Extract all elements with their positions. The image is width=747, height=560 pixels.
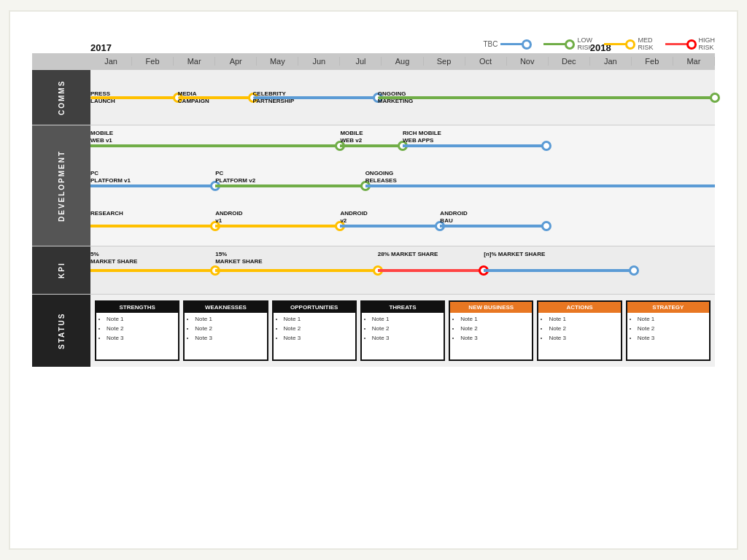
comms-row-1: PRESSLAUNCH MEDIACAMPAIGN CELEBRITYPARTN… [90,70,715,125]
mobile-web-v2-line [340,144,403,147]
status-content: STRENGTHSNote 1Note 2Note 3WEAKNESSESNot… [90,295,715,367]
swot-note: Note 1 [372,315,441,324]
swot-note: Note 3 [107,334,175,343]
swot-note: Note 2 [107,324,175,334]
media-campaign-line [178,96,253,99]
swot-body-0: Note 1Note 2Note 3 [96,313,178,345]
kpi-5pct-line [90,269,215,272]
development-content: MOBILEWEB v1 MOBILEWEB v2 RICH MOBILEWEB… [90,125,715,246]
swot-header-1: WEAKNESSES [185,302,266,313]
comms-end-dot [710,93,720,103]
swot-note: Note 2 [284,324,352,334]
swot-body-3: Note 1Note 2Note 3 [362,313,444,345]
swot-card-0: STRENGTHSNote 1Note 2Note 3 [95,300,179,361]
dev-row-1: MOBILEWEB v1 MOBILEWEB v2 RICH MOBILEWEB… [90,125,715,166]
kpi-28pct-label: 28% MARKET SHARE [378,251,438,258]
slide: TBC LOWRISK MEDRISK HIGHRISK 20172018 Ja… [9,10,738,550]
swot-body-1: Note 1Note 2Note 3 [185,313,266,345]
kpi-section: KPI 5%MARKET SHARE 15%MARKET SHARE 28% M… [32,246,715,294]
swot-note: Note 3 [284,334,352,343]
kpi-label: KPI [32,246,90,294]
swot-card-4: NEW BUSINESSNote 1Note 2Note 3 [449,300,533,361]
android-v1-line [215,225,340,228]
swot-header-0: STRENGTHS [96,302,178,313]
months-row: JanFebMarAprMayJunJulAugSepOctNovDecJanF… [32,53,715,69]
swot-body-2: Note 1Note 2Note 3 [274,313,355,345]
swot-body-6: Note 1Note 2Note 3 [627,313,709,345]
swot-header-5: ACTIONS [538,302,620,313]
month-cell-Feb-1: Feb [132,57,174,66]
swot-body-5: Note 1Note 2Note 3 [538,313,620,345]
swot-note: Note 3 [549,334,617,343]
swot-card-5: ACTIONSNote 1Note 2Note 3 [537,300,622,361]
swot-note: Note 1 [638,315,706,324]
month-cell-Mar-14: Mar [673,57,715,66]
swot-card-3: THREATSNote 1Note 2Note 3 [360,300,445,361]
kpi-15pct-line [215,269,378,272]
status-section: STATUS STRENGTHSNote 1Note 2Note 3WEAKNE… [32,294,715,367]
swot-note: Note 1 [284,315,352,324]
celebrity-line [253,96,378,99]
swot-card-6: STRATEGYNote 1Note 2Note 3 [626,300,711,361]
research-label: RESEARCH [90,210,123,217]
swot-card-2: OPPORTUNITIESNote 1Note 2Note 3 [272,300,357,361]
swot-note: Note 2 [372,324,441,334]
legend-low-risk-label: LOWRISK [577,37,592,52]
month-cell-Mar-2: Mar [174,57,215,66]
android-bau-line [440,225,546,228]
status-label: STATUS [32,295,90,367]
ongoing-releases-label: ONGOINGRELEASES [365,170,397,184]
month-cell-Jan-12: Jan [590,57,632,66]
legend-high-risk-label: HIGHRISK [699,37,716,52]
month-cell-Sep-8: Sep [424,57,465,66]
swot-note: Note 1 [460,315,529,324]
legend-low-risk: LOWRISK [543,37,592,52]
rich-mobile-line [403,144,546,147]
swot-note: Note 2 [638,324,706,334]
comms-section: COMMS PRESSLAUNCH MEDIACAMPAIGN [32,69,715,125]
swot-header-4: NEW BUSINESS [450,302,532,313]
pc-v2-line [215,184,365,187]
month-cell-Jan-0: Jan [90,57,132,66]
sections-container: COMMS PRESSLAUNCH MEDIACAMPAIGN [32,69,715,367]
dev-row-2: PCPLATFORM v1 PCPLATFORM v2 ONGOINGRELEA… [90,166,715,206]
legend-high-risk: HIGHRISK [665,37,716,52]
kpi-n-label: [n]% MARKET SHARE [484,251,545,258]
swot-card-1: WEAKNESSESNote 1Note 2Note 3 [183,300,268,361]
legend-tbc-label: TBC [483,40,498,48]
legend-med-risk: MEDRISK [604,37,653,52]
month-cell-Jul-6: Jul [340,57,382,66]
swot-note: Note 3 [372,334,441,343]
kpi-row-1: 5%MARKET SHARE 15%MARKET SHARE 28% MARKE… [90,246,715,294]
press-launch-line [90,96,178,99]
month-cell-Oct-9: Oct [465,57,507,66]
android-v2-line [340,225,440,228]
month-cell-Apr-3: Apr [215,57,257,66]
kpi-28pct-line [378,269,484,272]
research-line [90,225,215,228]
legend-med-risk-label: MEDRISK [638,37,653,52]
kpi-n-end-dot [629,265,639,276]
month-cell-Feb-13: Feb [632,57,673,66]
pc-v1-line [90,184,215,187]
kpi-5pct-label: 5%MARKET SHARE [90,251,137,265]
swot-body-4: Note 1Note 2Note 3 [450,313,532,345]
ongoing-marketing-line [378,96,715,99]
legend: TBC LOWRISK MEDRISK HIGHRISK [483,37,715,52]
kpi-content: 5%MARKET SHARE 15%MARKET SHARE 28% MARKE… [90,246,715,294]
android-bau-label: ANDROIDBAU [440,210,467,224]
pc-platform-v2-label: PCPLATFORM v2 [215,170,255,184]
month-cell-Jun-5: Jun [298,57,340,66]
swot-header-3: THREATS [362,302,444,313]
swot-note: Note 2 [460,324,529,334]
android-v2-label: ANDROIDv2 [340,210,367,224]
month-cell-Aug-7: Aug [382,57,423,66]
ongoing-releases-line [365,184,715,187]
rich-mobile-end-dot [541,141,551,151]
comms-content: PRESSLAUNCH MEDIACAMPAIGN CELEBRITYPARTN… [90,70,715,125]
android-bau-end-dot [541,221,551,231]
swot-note: Note 2 [195,324,263,334]
rich-mobile-label: RICH MOBILEWEB APPS [403,130,441,144]
mobile-web-v1-label: MOBILEWEB v1 [90,130,113,144]
swot-header-2: OPPORTUNITIES [274,302,355,313]
